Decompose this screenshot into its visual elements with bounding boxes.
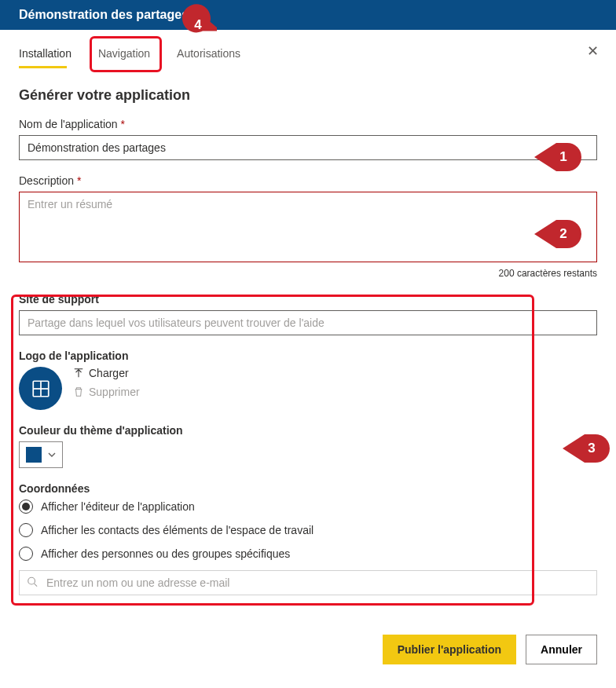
- description-label: Description *: [19, 174, 597, 187]
- contacts-search-input: [19, 570, 597, 595]
- field-theme-color: Couleur du thème d'application: [19, 424, 597, 468]
- tab-label: Autorisations: [177, 47, 240, 60]
- theme-color-picker[interactable]: [19, 441, 63, 468]
- logo-label: Logo de l'application: [19, 349, 597, 362]
- color-swatch: [26, 447, 42, 463]
- field-contacts: Coordonnées Afficher l'éditeur de l'appl…: [19, 482, 597, 595]
- tab-installation[interactable]: Installation: [19, 41, 82, 68]
- page-title: Démonstration des partages: [19, 8, 189, 22]
- cancel-button[interactable]: Annuler: [526, 635, 597, 664]
- callout-3: 3: [563, 434, 610, 463]
- callout-2: 2: [534, 220, 581, 248]
- contacts-label: Coordonnées: [19, 482, 597, 495]
- description-input[interactable]: [19, 192, 597, 262]
- upload-logo-button[interactable]: Charger: [73, 367, 140, 379]
- field-support-site: Site de support: [19, 293, 597, 335]
- tabs: Installation Navigation Autorisations ✕: [0, 30, 616, 68]
- svg-line-4: [35, 584, 38, 587]
- radio-show-specific[interactable]: Afficher des personnes ou des groupes sp…: [19, 547, 597, 561]
- support-input[interactable]: [19, 310, 597, 335]
- app-logo-icon: [19, 367, 62, 410]
- field-logo: Logo de l'application Charger: [19, 349, 597, 410]
- tab-label: Navigation: [98, 47, 150, 60]
- field-app-name: Nom de l'application *: [19, 118, 597, 160]
- callout-4: 4: [179, 4, 217, 42]
- header-bar: Démonstration des partages: [0, 0, 616, 30]
- svg-point-3: [28, 577, 35, 584]
- callout-1: 1: [534, 143, 581, 171]
- trash-icon: [73, 386, 84, 397]
- app-name-input[interactable]: [19, 135, 597, 160]
- tab-label: Installation: [19, 47, 72, 60]
- app-name-label: Nom de l'application *: [19, 118, 597, 130]
- publish-button[interactable]: Publier l'application: [383, 635, 516, 664]
- chevron-down-icon: [48, 451, 56, 459]
- radio-show-workspace-contacts[interactable]: Afficher les contacts des éléments de l'…: [19, 523, 597, 537]
- tab-navigation[interactable]: Navigation: [98, 41, 161, 68]
- radio-show-editor[interactable]: Afficher l'éditeur de l'application: [19, 500, 597, 514]
- section-heading: Générer votre application: [19, 87, 597, 104]
- tab-autorisations[interactable]: Autorisations: [177, 41, 251, 68]
- theme-label: Couleur du thème d'application: [19, 424, 597, 437]
- close-icon[interactable]: ✕: [587, 44, 599, 58]
- upload-icon: [73, 368, 84, 379]
- search-icon: [27, 576, 38, 590]
- support-label: Site de support: [19, 293, 597, 306]
- char-remaining: 200 caractères restants: [19, 268, 597, 279]
- footer: Publier l'application Annuler: [0, 616, 616, 683]
- field-description: Description * 200 caractères restants: [19, 174, 597, 279]
- delete-logo-button: Supprimer: [73, 386, 140, 398]
